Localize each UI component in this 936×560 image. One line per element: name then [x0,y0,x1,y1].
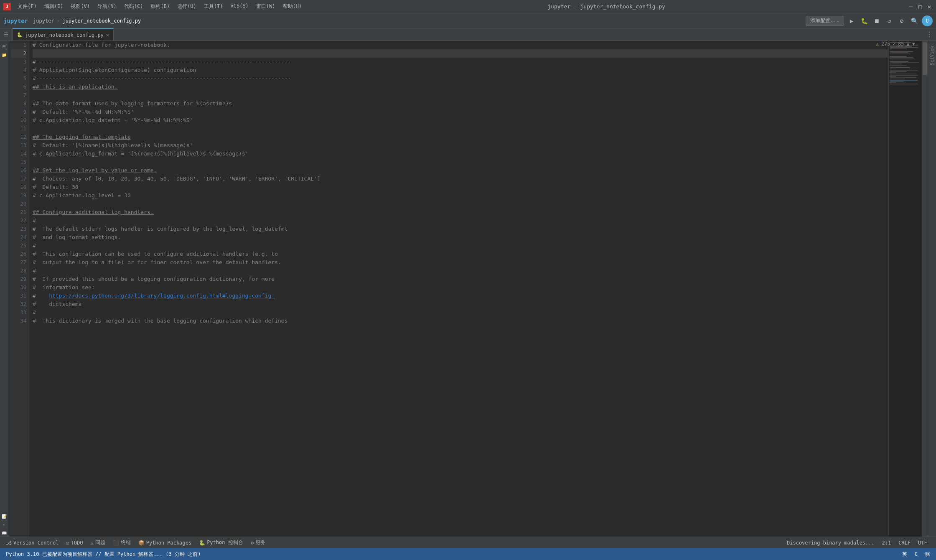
line-number-9: 9 [11,108,26,116]
code-line-11 [33,125,888,133]
line-number-4: 4 [11,66,26,74]
add-config-btn[interactable]: 添加配置... [806,16,844,26]
toolbar-actions: 添加配置... ▶ 🐛 ⏹ ↺ ⚙ 🔍 U [806,15,933,26]
line-number-14: 14 [11,150,26,158]
tab-more-btn[interactable]: ⋮ [923,28,936,41]
line-number-27: 27 [11,258,26,267]
cursor-pos-text: 2:1 [882,540,891,546]
lang-btn-1[interactable]: 英 [900,551,910,558]
maximize-btn[interactable]: □ [917,3,923,10]
menu-refactor[interactable]: 重构(B) [147,2,173,11]
scroll-up-btn[interactable]: ▲ [907,41,910,47]
python-packages-item[interactable]: 📦 Python Packages [136,537,194,548]
line-number-23: 23 [11,225,26,233]
sidebar-icon-5[interactable]: 📖 [0,529,8,537]
lang-icon-1: 英 [902,551,907,558]
interpreter-info[interactable]: Python 3.10 已被配置为项目解释器 // 配置 Python 解释器.… [3,548,203,560]
code-line-12: ## The Logging format template [33,133,888,141]
line-number-6: 6 [11,83,26,91]
editor-main[interactable]: # Configuration file for jupyter-noteboo… [29,41,928,537]
code-line-27: # output the log to a file) or for finer… [33,258,888,267]
terminal-item[interactable]: ⬛ 终端 [110,537,133,548]
menu-code[interactable]: 代码(C) [121,2,147,11]
sidebar-icon-1[interactable]: ☰ [0,43,8,50]
line-number-24: 24 [11,233,26,242]
code-line-3: #---------------------------------------… [33,58,888,66]
warning-count: 275 [881,41,890,47]
todo-icon: ☑ [66,540,69,546]
scroll-down-btn[interactable]: ▼ [912,41,915,47]
services-label: 服务 [255,539,265,546]
code-line-23: # The default stderr logs handler is con… [33,225,888,233]
settings-btn[interactable]: ⚙ [897,16,907,26]
menu-run[interactable]: 运行(U) [174,2,200,11]
line-number-10: 10 [11,116,26,125]
user-avatar[interactable]: U [922,15,933,26]
sidebar-icon-4[interactable]: ⚡ [0,521,8,528]
encoding-text: UTF- [918,540,930,546]
bottom-toolbar: Python 3.10 已被配置为项目解释器 // 配置 Python 解释器.… [0,548,936,560]
line-ending[interactable]: CRLF [896,537,913,548]
code-editor[interactable]: # Configuration file for jupyter-noteboo… [29,41,888,537]
close-btn[interactable]: ✕ [926,3,933,10]
menu-tools[interactable]: 工具(T) [201,2,226,11]
sci-view-tab[interactable]: SciView [928,43,936,69]
menu-help[interactable]: 帮助(H) [280,2,305,11]
problems-item[interactable]: ⚠ 问题 [88,537,108,548]
menu-vcs[interactable]: VCS(S) [227,2,252,11]
cursor-position[interactable]: 2:1 [880,537,894,548]
code-line-2 [33,49,888,58]
search-btn[interactable]: 🔍 [909,16,919,26]
python-console-icon: 🐍 [199,540,205,546]
vcs-label: Version Control [13,540,58,546]
line-number-1: 1 [11,41,26,49]
line-number-25: 25 [11,242,26,250]
lang-btn-2[interactable]: C [912,551,920,557]
window-controls: ─ □ ✕ [908,3,933,10]
menu-navigate[interactable]: 导航(N) [94,2,120,11]
version-control-item[interactable]: ⎇ Version Control [3,537,61,548]
code-line-32: # dictschema [33,300,888,308]
vcs-icon: ⎇ [6,540,12,546]
sidebar-icon-3[interactable]: 📝 [0,512,8,520]
warning-icon: ⚠ [876,41,879,47]
vertical-scrollbar[interactable] [922,41,928,537]
line-number-15: 15 [11,158,26,166]
breadcrumb-separator: › [57,18,60,24]
services-item[interactable]: ⚙ 服务 [248,537,268,548]
menu-window[interactable]: 窗口(W) [253,2,279,11]
editor-status-overlay: ⚠ 275 ✓ 85 ▲ ▼ [876,41,915,47]
breadcrumb-root[interactable]: jupyter [33,18,54,24]
code-line-26: # This configuration can be used to conf… [33,250,888,258]
tab-close-btn[interactable]: ✕ [106,32,109,38]
encoding[interactable]: UTF- [916,537,933,548]
main-toolbar: jupyter jupyter › jupyter_notebook_confi… [0,13,936,28]
rerun-btn[interactable]: ↺ [884,16,894,26]
editor-tab-0[interactable]: 🐍 jupyter_notebook_config.py ✕ [13,28,114,41]
lang-btn-3[interactable]: 驱 [923,551,933,558]
code-line-8: ## The date format used by logging forma… [33,99,888,108]
code-line-21: ## Configure additional log handlers. [33,208,888,216]
ok-icon: ✓ [893,41,895,47]
sidebar-toggle[interactable]: ☰ [0,28,13,41]
line-number-19: 19 [11,191,26,200]
ok-count: 85 [898,41,904,47]
stop-btn[interactable]: ⏹ [872,16,882,26]
menu-file[interactable]: 文件(F) [14,2,40,11]
window-title: jupyter - jupyter_notebook_config.py [547,3,665,10]
todo-item[interactable]: ☑ TODO [64,537,85,548]
menu-view[interactable]: 视图(V) [67,2,93,11]
line-number-34: 34 [11,317,26,325]
code-line-31: # https://docs.python.org/3/library/logg… [33,292,888,300]
discovering-status: Discovering binary modules... [784,537,877,548]
tab-label: jupyter_notebook_config.py [25,32,104,38]
breadcrumb-file[interactable]: jupyter_notebook_config.py [62,18,141,24]
python-console-item[interactable]: 🐍 Python 控制台 [196,537,246,548]
run-btn[interactable]: ▶ [847,16,857,26]
code-line-25: # [33,242,888,250]
minimize-btn[interactable]: ─ [908,3,914,10]
menu-edit[interactable]: 编辑(E) [41,2,67,11]
debug-btn[interactable]: 🐛 [859,16,869,26]
sidebar-icon-2[interactable]: 📁 [0,51,8,59]
line-number-13: 13 [11,141,26,150]
